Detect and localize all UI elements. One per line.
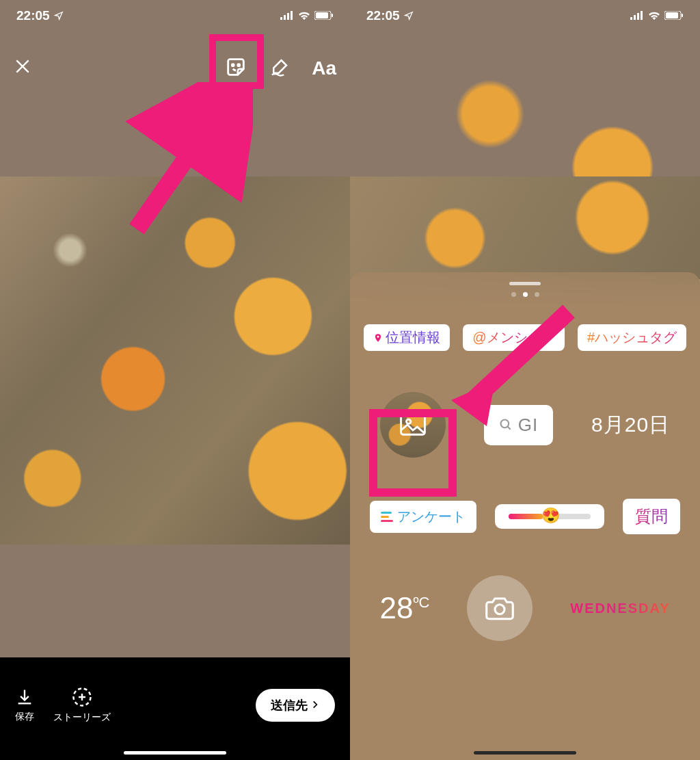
location-arrow-icon <box>404 11 414 21</box>
question-sticker[interactable]: 質問 <box>623 499 680 534</box>
location-sticker[interactable]: 位置情報 <box>364 324 450 351</box>
svg-rect-5 <box>316 12 328 18</box>
temperature-sticker[interactable]: 28ºC <box>379 591 429 625</box>
svg-rect-0 <box>280 17 282 20</box>
svg-marker-25 <box>451 381 495 426</box>
heart-eyes-emoji-icon: 😍 <box>541 507 560 525</box>
annotation-arrow-right <box>439 298 582 430</box>
temperature-value: 28 <box>379 591 413 625</box>
slider-track: 😍 <box>509 514 591 519</box>
annotation-arrow-left <box>116 82 253 239</box>
weekday-label: WEDNESDAY <box>570 601 670 616</box>
page-dots[interactable] <box>362 292 688 297</box>
pin-icon <box>373 332 383 344</box>
svg-rect-12 <box>630 17 632 20</box>
home-indicator[interactable] <box>124 751 226 755</box>
svg-rect-13 <box>634 15 636 20</box>
camera-sticker[interactable] <box>467 575 533 641</box>
hashtag-sticker[interactable]: #ハッシュタグ <box>578 324 686 351</box>
svg-rect-2 <box>287 13 289 20</box>
save-label: 保存 <box>15 711 34 723</box>
signal-icon <box>630 11 644 20</box>
sheet-grabber[interactable] <box>509 282 541 285</box>
date-sticker[interactable]: 8月20日 <box>591 411 670 439</box>
svg-line-9 <box>137 104 224 229</box>
location-label: 位置情報 <box>386 328 440 347</box>
annotation-highlight-sticker <box>209 34 264 89</box>
temperature-unit: ºC <box>413 594 429 611</box>
poll-label: アンケート <box>397 508 466 526</box>
dot[interactable] <box>535 292 539 297</box>
poll-sticker[interactable]: アンケート <box>370 501 476 533</box>
send-label: 送信先 <box>271 697 308 713</box>
draw-button[interactable] <box>269 57 290 80</box>
weekday-sticker[interactable]: WEDNESDAY <box>570 601 670 616</box>
story-photo <box>350 176 700 279</box>
send-to-button[interactable]: 送信先 <box>256 689 335 722</box>
svg-rect-15 <box>641 11 643 20</box>
sticker-tray-screen: 22:05 位置情報 @メンション #ハッシュタグ <box>350 0 700 760</box>
status-bar: 22:05 <box>350 0 700 31</box>
stories-button[interactable]: ストーリーズ <box>53 687 111 724</box>
svg-rect-3 <box>291 11 293 20</box>
svg-rect-14 <box>637 13 639 20</box>
dot[interactable] <box>511 292 516 297</box>
stories-label: ストーリーズ <box>53 711 111 724</box>
svg-rect-17 <box>666 12 678 18</box>
wifi-icon <box>648 11 660 20</box>
battery-icon <box>664 11 684 20</box>
location-arrow-icon <box>54 11 64 21</box>
home-indicator[interactable] <box>474 751 576 755</box>
svg-rect-6 <box>332 14 333 17</box>
svg-rect-1 <box>284 15 286 20</box>
question-label: 質問 <box>635 507 668 525</box>
poll-icon <box>381 512 393 522</box>
svg-point-19 <box>377 335 379 337</box>
story-editor-screen: 22:05 Aa <box>0 0 350 760</box>
wifi-icon <box>298 11 310 20</box>
emoji-slider-sticker[interactable]: 😍 <box>495 504 604 529</box>
battery-icon <box>314 11 334 20</box>
bottom-actions: 保存 ストーリーズ 送信先 <box>0 671 350 739</box>
save-button[interactable]: 保存 <box>15 687 34 723</box>
bg-bottom <box>0 545 350 661</box>
dot-active[interactable] <box>523 292 528 297</box>
status-time: 22:05 <box>16 8 50 23</box>
hashtag-label: #ハッシュタグ <box>587 328 677 347</box>
status-time: 22:05 <box>366 8 400 23</box>
chevron-right-icon <box>310 698 320 713</box>
status-bar: 22:05 <box>0 0 350 31</box>
svg-rect-18 <box>682 14 683 17</box>
svg-point-23 <box>495 605 504 614</box>
text-tool-button[interactable]: Aa <box>312 57 336 79</box>
signal-icon <box>280 11 294 20</box>
date-label: 8月20日 <box>591 413 670 436</box>
camera-icon <box>485 596 514 620</box>
close-button[interactable] <box>14 57 31 80</box>
